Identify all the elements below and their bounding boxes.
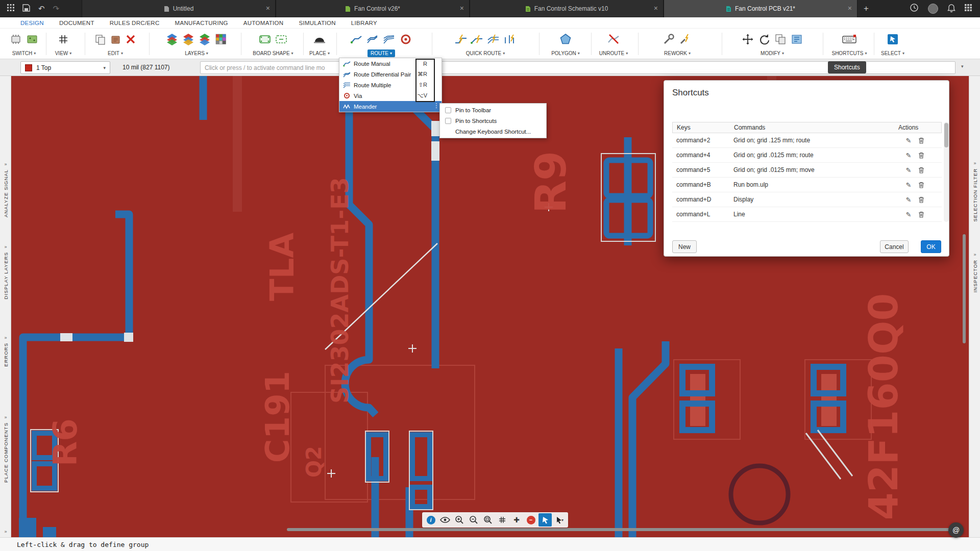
modify-dropdown[interactable]: MODIFY▾	[757, 49, 787, 57]
table-row[interactable]: command+L Line ✎	[672, 207, 942, 222]
edit-dropdown[interactable]: EDIT▾	[105, 49, 126, 57]
polygon-icon[interactable]	[559, 33, 572, 46]
dialog-scrollbar[interactable]	[944, 122, 949, 222]
menu-item-via[interactable]: Via ⌥V	[339, 90, 442, 101]
new-button[interactable]: New	[672, 240, 697, 253]
delete-trash-icon[interactable]	[918, 137, 924, 144]
stop-command-button[interactable]: −	[524, 513, 537, 527]
layer-stack-icon[interactable]	[182, 33, 195, 46]
apps-icon[interactable]	[965, 4, 972, 13]
panel-tab-selection-filter[interactable]: » SELECTION FILTER	[969, 161, 980, 222]
view-dropdown[interactable]: VIEW▾	[52, 49, 75, 57]
table-row[interactable]: command+B Run bom.ulp ✎	[672, 178, 942, 192]
route-differential-icon[interactable]	[366, 33, 380, 45]
redo-icon[interactable]: ↷	[53, 4, 60, 13]
selection-mode-button[interactable]: ▾	[553, 513, 566, 527]
menu-item-pin-to-shortcuts[interactable]: Pin to Shortcuts	[440, 115, 546, 126]
app-grid-icon[interactable]	[7, 4, 14, 13]
edit-pencil-icon[interactable]: ✎	[906, 196, 912, 204]
menu-design[interactable]: DESIGN	[20, 20, 44, 26]
unroute-dropdown[interactable]: UNROUTE▾	[596, 49, 631, 57]
rotate-icon[interactable]	[757, 33, 771, 46]
move-icon[interactable]	[741, 33, 754, 46]
pan-button[interactable]: ✚	[510, 513, 523, 527]
delete-trash-icon[interactable]	[918, 182, 924, 188]
document-tab-schematic[interactable]: Fan Control Schematic v10 ×	[470, 0, 664, 17]
shortcuts-dropdown[interactable]: SHORTCUTS▾	[828, 49, 870, 57]
menu-item-route-differential-pair[interactable]: Route Differential Pair ⌘R	[339, 69, 442, 80]
layer-selector[interactable]: 1 Top ▾	[20, 61, 110, 74]
menu-manufacturing[interactable]: MANUFACTURING	[175, 20, 228, 26]
document-tab-pcb-active[interactable]: Fan Control PCB v21* ×	[664, 0, 857, 17]
close-icon[interactable]: ×	[266, 4, 270, 12]
quick-route-net-icon[interactable]	[471, 33, 484, 45]
document-tab-untitled[interactable]: Untitled ×	[82, 0, 276, 17]
checkbox-unchecked[interactable]	[445, 107, 451, 113]
via-icon[interactable]	[399, 33, 412, 46]
keyboard-icon[interactable]	[842, 33, 857, 46]
switch-document-icon[interactable]	[9, 33, 22, 46]
place-dropdown[interactable]: PLACE▾	[306, 49, 333, 57]
quick-route-dropdown[interactable]: QUICK ROUTE▾	[463, 49, 508, 57]
align-icon[interactable]	[790, 33, 803, 46]
vertical-scrollbar[interactable]	[963, 234, 966, 343]
menu-item-pin-to-toolbar[interactable]: Pin to Toolbar	[440, 105, 546, 115]
rework-spark-icon[interactable]	[679, 33, 692, 46]
grid-settings-button[interactable]	[496, 513, 509, 527]
close-icon[interactable]: ×	[654, 4, 658, 12]
close-icon[interactable]: ×	[460, 4, 464, 12]
menu-rules-drc-erc[interactable]: RULES DRC/ERC	[110, 20, 160, 26]
cancel-button[interactable]: Cancel	[880, 240, 909, 253]
grid-icon[interactable]	[57, 33, 69, 45]
horizontal-scrollbar[interactable]	[287, 528, 955, 531]
copy-icon[interactable]	[94, 33, 106, 45]
save-icon[interactable]	[22, 4, 30, 14]
history-icon[interactable]	[910, 3, 919, 14]
panel-tab-errors[interactable]: » ERRORS	[0, 335, 11, 367]
route-manual-icon[interactable]	[350, 33, 363, 45]
layers-dropdown[interactable]: LAYERS▾	[182, 49, 211, 57]
edit-pencil-icon[interactable]: ✎	[906, 166, 912, 174]
route-multiple-icon[interactable]	[383, 33, 396, 45]
menu-document[interactable]: DOCUMENT	[59, 20, 94, 26]
delete-trash-icon[interactable]	[918, 196, 924, 203]
ok-button[interactable]: OK	[921, 240, 941, 253]
group-select-button-active[interactable]	[538, 513, 552, 527]
edit-pencil-icon[interactable]: ✎	[906, 181, 912, 189]
board-edit-icon[interactable]	[275, 33, 288, 46]
zoom-in-button[interactable]	[453, 513, 466, 527]
menu-item-meander[interactable]: Meander ⋮	[339, 101, 442, 112]
quick-route-icon[interactable]	[454, 33, 468, 45]
delete-trash-icon[interactable]	[918, 167, 924, 173]
route-dropdown[interactable]: ROUTE▾	[368, 49, 395, 57]
delete-icon[interactable]	[125, 33, 137, 45]
edit-pencil-icon[interactable]: ✎	[906, 152, 912, 159]
panel-tab-inspector[interactable]: » INSPECTOR	[969, 252, 980, 292]
zoom-out-button[interactable]	[467, 513, 480, 527]
menu-automation[interactable]: AUTOMATION	[243, 20, 284, 26]
close-icon[interactable]: ×	[848, 4, 852, 12]
notification-bell-icon[interactable]	[947, 4, 955, 14]
board-outline-icon[interactable]	[258, 33, 272, 46]
table-row[interactable]: command+4 Grid on; grid .0125 mm; route …	[672, 148, 942, 163]
layer-stack-icon[interactable]	[198, 33, 211, 46]
edit-pencil-icon[interactable]: ✎	[906, 211, 912, 218]
panel-tab-display-layers[interactable]: » DISPLAY LAYERS	[0, 244, 11, 299]
layer-colors-grid-icon[interactable]	[214, 33, 228, 46]
board-shape-dropdown[interactable]: BOARD SHAPE▾	[250, 49, 296, 57]
zoom-fit-button[interactable]	[481, 513, 495, 527]
select-dropdown[interactable]: SELECT▾	[878, 49, 908, 57]
switch-dropdown[interactable]: SWITCH▾	[9, 49, 39, 57]
table-row[interactable]: command+5 Grid on; grid .0125 mm; move ✎	[672, 163, 942, 178]
paste-icon[interactable]	[109, 33, 121, 45]
delete-trash-icon[interactable]	[918, 211, 924, 218]
wrench-icon[interactable]	[663, 33, 676, 46]
duplicate-icon[interactable]	[774, 33, 787, 46]
quick-route-multi-icon[interactable]	[487, 33, 500, 45]
menu-item-route-multiple[interactable]: Route Multiple ⇧R	[339, 80, 442, 90]
polygon-dropdown[interactable]: POLYGON▾	[548, 49, 583, 57]
unroute-icon[interactable]	[607, 33, 620, 46]
more-options-icon[interactable]: ⋮	[433, 102, 439, 109]
edit-pencil-icon[interactable]: ✎	[906, 137, 912, 144]
panel-tab-analyze-signal[interactable]: » ANALYZE SIGNAL	[0, 162, 11, 217]
